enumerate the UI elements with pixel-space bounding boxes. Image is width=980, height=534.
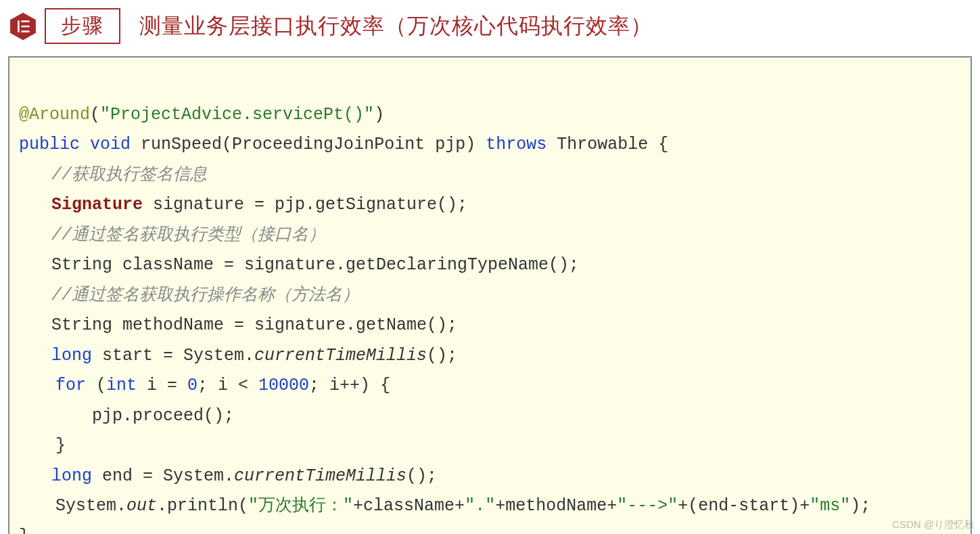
code-line: long end = System.currentTimeMillis(); — [19, 466, 437, 486]
steps-icon — [8, 12, 38, 41]
svg-rect-3 — [21, 25, 29, 27]
code-line: String methodName = signature.getName(); — [19, 315, 457, 335]
string-token: "ProjectAdvice.servicePt()" — [100, 105, 374, 125]
code-line: pjp.proceed(); — [19, 406, 234, 426]
svg-rect-2 — [21, 20, 29, 22]
code-line: } — [19, 436, 66, 455]
type-token: Signature — [51, 195, 143, 215]
comment-token: //通过签名获取执行操作名称（方法名） — [51, 286, 359, 305]
annotation-token: @Around — [19, 105, 90, 125]
keyword-token: throws — [486, 135, 546, 154]
keyword-token: public — [19, 135, 80, 154]
step-badge: 步骤 — [45, 8, 120, 44]
header: 步骤 测量业务层接口执行效率（万次核心代码执行效率） — [8, 8, 972, 44]
code-line: public void runSpeed(ProceedingJoinPoint… — [19, 135, 668, 154]
number-token: 10000 — [258, 376, 309, 395]
watermark: CSDN @り澄忆秋 — [892, 518, 975, 531]
keyword-token: void — [90, 135, 131, 154]
hexagon-icon — [8, 12, 38, 41]
code-line: //通过签名获取执行类型（接口名） — [19, 225, 325, 245]
code-line: //获取执行签名信息 — [19, 165, 207, 185]
code-line: //通过签名获取执行操作名称（方法名） — [19, 286, 359, 305]
code-line: @Around("ProjectAdvice.servicePt()") — [19, 105, 384, 125]
code-line: System.out.println("万次执行："+className+"."… — [19, 496, 870, 516]
svg-rect-4 — [21, 30, 29, 32]
keyword-token: long — [51, 466, 92, 486]
svg-rect-1 — [18, 20, 20, 32]
string-token: "万次执行：" — [248, 496, 353, 516]
code-line: long start = System.currentTimeMillis(); — [19, 346, 457, 365]
code-line: } — [19, 527, 29, 535]
keyword-token: int — [106, 376, 137, 395]
string-token: "." — [465, 496, 495, 516]
comment-token: //通过签名获取执行类型（接口名） — [51, 225, 325, 245]
code-block: @Around("ProjectAdvice.servicePt()") pub… — [8, 56, 972, 534]
code-line: Signature signature = pjp.getSignature()… — [19, 195, 467, 215]
page-title: 测量业务层接口执行效率（万次核心代码执行效率） — [139, 12, 653, 41]
code-line: for (int i = 0; i < 10000; i++) { — [19, 376, 390, 395]
code-line: String className = signature.getDeclarin… — [19, 255, 579, 275]
string-token: "ms" — [810, 496, 850, 516]
string-token: "--->" — [617, 496, 678, 516]
comment-token: //获取执行签名信息 — [51, 165, 207, 185]
keyword-token: for — [55, 376, 86, 395]
number-token: 0 — [187, 376, 197, 395]
keyword-token: long — [51, 346, 92, 365]
